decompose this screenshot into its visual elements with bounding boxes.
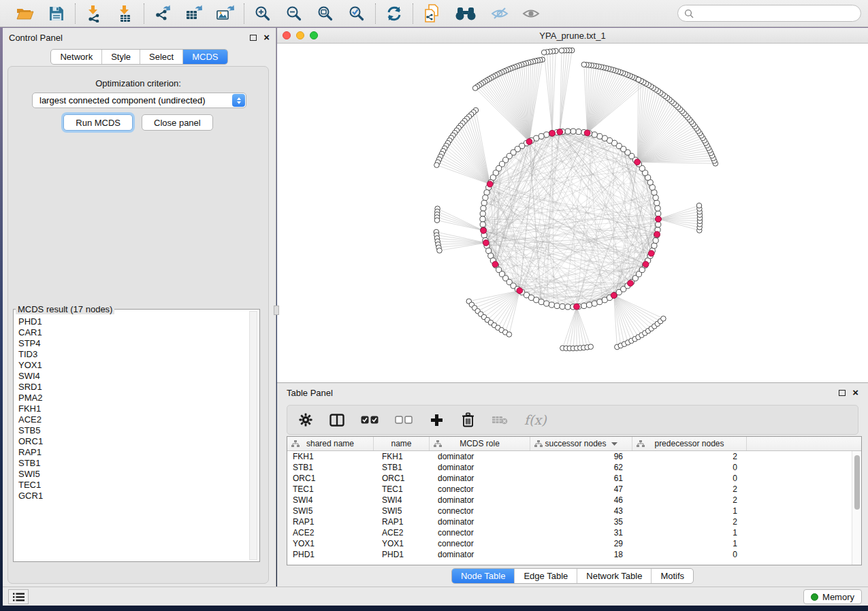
import-table-button[interactable] [115,3,135,24]
export-table-button[interactable] [184,3,204,24]
network-graph[interactable] [277,44,868,382]
table-row[interactable]: RAP1RAP1dominator352 [287,516,852,527]
function-builder-button[interactable]: f(x) [524,411,547,429]
network-node[interactable] [481,205,486,211]
open-file-button[interactable] [15,3,35,24]
network-node[interactable] [480,211,485,216]
tab-network[interactable]: Network [51,50,101,64]
export-network-button[interactable] [152,3,173,24]
tab-style[interactable]: Style [101,50,140,64]
network-node[interactable] [655,205,660,211]
mcds-node[interactable] [549,130,556,136]
table-scrollbar[interactable] [852,451,861,565]
column-header-name[interactable]: name [374,437,430,450]
mcds-node[interactable] [648,250,654,257]
table-row[interactable]: TEC1TEC1connector472 [287,484,852,495]
network-node[interactable] [544,301,549,306]
search-input[interactable] [697,8,854,18]
mcds-node[interactable] [654,231,660,237]
mcds-node[interactable] [628,280,634,286]
deselect-all-button[interactable] [395,411,413,429]
table-row[interactable]: STB1STB1dominator620 [287,462,852,473]
add-column-button[interactable] [429,411,444,429]
network-node[interactable] [661,316,666,321]
float-panel-icon[interactable] [839,390,846,396]
duplicate-network-button[interactable] [421,3,442,24]
mcds-result-item[interactable]: RAP1 [16,447,247,458]
network-node[interactable] [434,218,440,223]
network-node[interactable] [541,50,547,55]
column-header-MCDS-role[interactable]: MCDS role [430,437,530,450]
network-node[interactable] [654,200,660,205]
task-history-button[interactable] [8,589,29,604]
column-header-successor-nodes[interactable]: successor nodes [530,437,632,450]
mcds-result-item[interactable]: STP4 [16,338,247,349]
save-session-button[interactable] [46,3,67,24]
network-node[interactable] [588,344,594,350]
tab-network-table[interactable]: Network Table [577,569,651,583]
mcds-result-item[interactable]: SRD1 [16,382,247,393]
tab-edge-table[interactable]: Edge Table [514,569,577,583]
mcds-node[interactable] [483,240,489,246]
network-node[interactable] [483,195,488,200]
float-panel-icon[interactable] [250,35,257,41]
network-node[interactable] [472,86,478,91]
mcds-node[interactable] [487,181,493,187]
search-field[interactable] [677,5,861,22]
mcds-result-item[interactable]: STB1 [16,458,247,469]
mcds-result-item[interactable]: PHD1 [16,316,247,327]
network-node[interactable] [544,132,549,137]
table-row[interactable]: YOX1YOX1connector291 [287,538,852,549]
network-node[interactable] [652,243,657,248]
network-node[interactable] [597,133,602,139]
network-node[interactable] [656,211,661,216]
mcds-result-item[interactable]: TEC1 [16,480,247,491]
network-node[interactable] [549,302,554,308]
mcds-node[interactable] [634,159,641,165]
network-node[interactable] [565,129,570,134]
network-node[interactable] [586,302,592,308]
table-scrollbar-thumb[interactable] [854,455,860,510]
network-node[interactable] [570,129,576,134]
mcds-node[interactable] [643,261,649,267]
hide-selected-button[interactable] [489,3,510,24]
mcds-result-item[interactable]: YOX1 [16,360,247,371]
zoom-fit-button[interactable] [315,3,336,24]
tab-motifs[interactable]: Motifs [651,569,693,583]
mcds-result-item[interactable]: STB5 [16,425,247,436]
network-node[interactable] [565,304,570,310]
mcds-node[interactable] [574,303,580,310]
tab-mcds[interactable]: MCDS [182,50,227,64]
network-node[interactable] [434,163,440,168]
export-image-button[interactable] [215,3,236,24]
mcds-result-item[interactable]: ORC1 [16,436,247,447]
network-node[interactable] [581,62,587,67]
column-header-shared-name[interactable]: shared name [287,437,374,450]
mcds-result-item[interactable]: PMA2 [16,393,247,403]
network-node[interactable] [653,195,658,200]
zoom-selected-button[interactable] [347,3,367,24]
network-node[interactable] [559,48,564,54]
mcds-node[interactable] [492,261,498,267]
mcds-node[interactable] [557,129,563,135]
mcds-node[interactable] [481,227,487,233]
mcds-result-item[interactable]: SWI4 [16,371,247,382]
run-mcds-button[interactable]: Run MCDS [63,114,133,131]
mcds-result-item[interactable]: TID3 [16,349,247,360]
mcds-result-item[interactable]: ACE2 [16,414,247,425]
tab-node-table[interactable]: Node Table [452,569,515,583]
criterion-select[interactable]: largest connected component (undirected) [32,93,246,108]
network-node[interactable] [656,222,661,227]
zoom-out-button[interactable] [284,3,304,24]
network-node[interactable] [484,190,489,195]
network-node[interactable] [581,303,587,308]
table-row[interactable]: SWI4SWI4dominator462 [287,495,852,506]
network-node[interactable] [437,248,443,253]
delete-table-button[interactable] [492,411,508,429]
delete-column-button[interactable] [460,411,475,429]
mcds-result-item[interactable]: FKH1 [16,403,247,414]
panel-divider-grip[interactable] [274,306,279,315]
network-node[interactable] [696,203,702,208]
table-row[interactable]: FKH1FKH1dominator962 [287,451,852,462]
network-node[interactable] [592,301,597,306]
